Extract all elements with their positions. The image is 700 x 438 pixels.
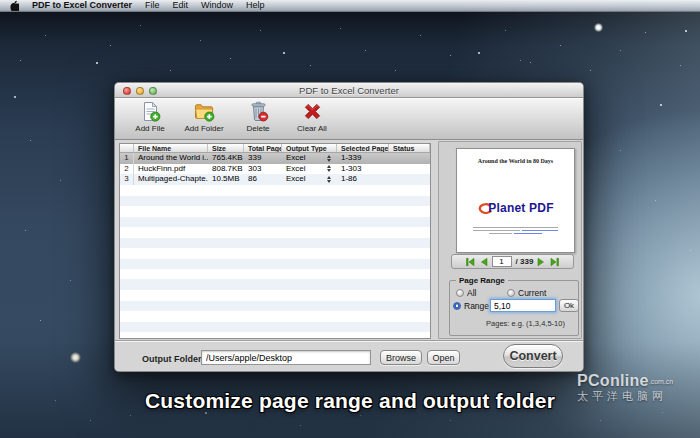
next-page-button[interactable] (537, 257, 546, 267)
cell-size: 765.4KB (208, 153, 244, 164)
empty-table-rows (120, 185, 430, 339)
preview-fine-print (473, 227, 557, 236)
add-file-button[interactable]: Add File (129, 101, 171, 133)
cell-file-name: Around the World i... (134, 153, 208, 164)
page-navigation-bar: / 339 (451, 254, 574, 269)
planet-pdf-logo: Planet PDF (457, 201, 574, 215)
toolbar: Add File Add Folder (115, 98, 583, 140)
cell-file-name: HuckFinn.pdf (134, 164, 208, 175)
cell-output-type[interactable]: Excel (282, 174, 337, 185)
app-window: PDF to Excel Converter Add File (114, 82, 584, 372)
total-pages-label: / 339 (516, 257, 534, 266)
column-header-rownum (120, 144, 134, 152)
cell-total-pages: 303 (244, 164, 282, 175)
column-header-file-name[interactable]: File Name (134, 144, 208, 152)
pconline-watermark: PConline.com.cn 太平洋电脑网 (577, 372, 673, 403)
radio-all[interactable]: All (456, 288, 476, 298)
column-header-total-pages[interactable]: Total Pages (244, 144, 282, 152)
ok-button[interactable]: Ok (559, 299, 579, 312)
add-file-label: Add File (135, 124, 164, 133)
menu-item-help[interactable]: Help (246, 0, 265, 11)
preview-page-title: Around the World in 80 Days (471, 158, 560, 165)
clear-all-label: Clear All (297, 124, 327, 133)
delete-trash-icon (248, 101, 269, 122)
cell-total-pages: 339 (244, 153, 282, 164)
page-range-hint: Pages: e.g. (1,3,4,5-10) (474, 319, 577, 328)
current-page-input[interactable] (492, 256, 512, 267)
column-header-selected-page[interactable]: Selected Page (337, 144, 389, 152)
table-row[interactable]: 3 Multipaged-Chapte... 10.5MB 86 Excel 1… (120, 174, 430, 185)
table-row[interactable]: 2 HuckFinn.pdf 808.7KB 303 Excel 1-303 (120, 164, 430, 175)
desktop: PDF to Excel Converter File Edit Window … (0, 0, 700, 438)
radio-range-icon[interactable] (453, 302, 461, 310)
table-header: File Name Size Total Pages Output Type S… (120, 144, 430, 153)
first-page-button[interactable] (465, 257, 475, 267)
browse-button[interactable]: Browse (380, 350, 422, 365)
cell-size: 10.5MB (208, 174, 244, 185)
cell-selected-page[interactable]: 1-339 (337, 153, 389, 164)
pdf-preview-page: Around the World in 80 Days Planet PDF (456, 148, 575, 253)
cell-output-type[interactable]: Excel (282, 153, 337, 164)
radio-all-icon[interactable] (456, 289, 464, 297)
file-table: File Name Size Total Pages Output Type S… (119, 143, 431, 339)
menu-item-window[interactable]: Window (201, 0, 233, 11)
add-folder-button[interactable]: Add Folder (183, 101, 225, 133)
preview-panel: Around the World in 80 Days Planet PDF (438, 141, 582, 339)
cell-file-name: Multipaged-Chapte... (134, 174, 208, 185)
output-type-stepper-icon[interactable] (327, 176, 331, 183)
clear-all-x-icon (302, 101, 323, 122)
cell-selected-page[interactable]: 1-86 (337, 174, 389, 185)
table-row[interactable]: 1 Around the World i... 765.4KB 339 Exce… (120, 153, 430, 164)
convert-button[interactable]: Convert (503, 344, 563, 368)
row-number: 2 (120, 164, 134, 175)
delete-label: Delete (246, 124, 269, 133)
menu-app-name[interactable]: PDF to Excel Converter (32, 0, 132, 11)
cell-status (389, 174, 430, 185)
cell-status (389, 164, 430, 175)
column-header-status[interactable]: Status (389, 144, 430, 152)
output-folder-label: Output Folder: (142, 354, 205, 364)
apple-menu-icon[interactable] (10, 0, 19, 11)
bottom-bar: Output Folder: Browse Open Convert (115, 340, 583, 372)
delete-button[interactable]: Delete (237, 101, 279, 133)
cell-size: 808.7KB (208, 164, 244, 175)
radio-range[interactable]: Range (453, 301, 489, 311)
page-range-group: Page Range All Current Range Ok Pages: e… (449, 280, 579, 336)
cell-status (389, 153, 430, 164)
column-header-output-type[interactable]: Output Type (282, 144, 337, 152)
cell-output-type[interactable]: Excel (282, 164, 337, 175)
output-type-stepper-icon[interactable] (327, 165, 331, 172)
page-range-legend: Page Range (456, 276, 508, 285)
radio-current[interactable]: Current (507, 288, 546, 298)
cell-selected-page[interactable]: 1-303 (337, 164, 389, 175)
logo-text: Planet PDF (488, 201, 553, 215)
menu-bar: PDF to Excel Converter File Edit Window … (0, 0, 700, 12)
add-folder-label: Add Folder (184, 124, 223, 133)
output-type-stepper-icon[interactable] (327, 155, 331, 162)
row-number: 1 (120, 153, 134, 164)
last-page-button[interactable] (550, 257, 560, 267)
watermark-chinese: 太平洋电脑网 (577, 390, 673, 403)
row-number: 3 (120, 174, 134, 185)
add-file-icon (140, 101, 161, 122)
clear-all-button[interactable]: Clear All (291, 101, 333, 133)
previous-page-button[interactable] (479, 257, 488, 267)
window-titlebar[interactable]: PDF to Excel Converter (115, 83, 583, 98)
open-button[interactable]: Open (427, 350, 460, 365)
menu-item-file[interactable]: File (145, 0, 160, 11)
output-folder-input[interactable] (201, 350, 371, 365)
radio-current-icon[interactable] (507, 289, 515, 297)
column-header-size[interactable]: Size (208, 144, 244, 152)
menu-item-edit[interactable]: Edit (173, 0, 189, 11)
window-title: PDF to Excel Converter (115, 83, 583, 98)
range-input[interactable] (490, 299, 556, 312)
cell-total-pages: 86 (244, 174, 282, 185)
watermark-brand: PConline.com.cn (577, 372, 673, 390)
add-folder-icon (194, 101, 215, 122)
